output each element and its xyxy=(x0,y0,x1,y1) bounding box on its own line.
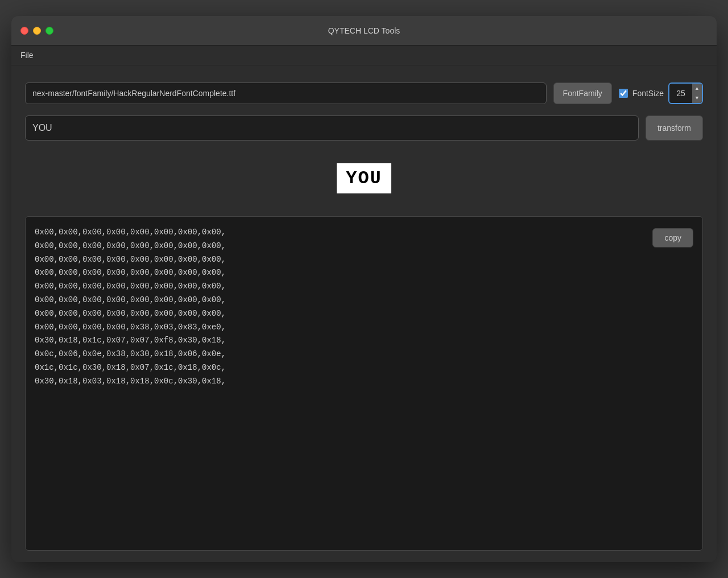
main-content: FontFamily FontSize ▲ ▼ transform xyxy=(11,65,717,562)
copy-button-wrapper: copy xyxy=(652,226,693,541)
font-path-input[interactable] xyxy=(25,82,547,104)
font-size-input[interactable] xyxy=(669,89,692,98)
font-size-spinner: ▲ ▼ xyxy=(692,84,702,103)
hex-output: 0x00,0x00,0x00,0x00,0x00,0x00,0x00,0x00,… xyxy=(35,226,643,541)
font-size-checkbox[interactable] xyxy=(619,89,628,98)
app-window: QYTECH LCD Tools File FontFamily FontSiz… xyxy=(11,16,717,562)
minimize-button[interactable] xyxy=(33,27,41,35)
font-size-group: FontSize ▲ ▼ xyxy=(619,82,703,104)
font-row: FontFamily FontSize ▲ ▼ xyxy=(25,82,703,104)
transform-button[interactable]: transform xyxy=(646,115,703,141)
file-menu[interactable]: File xyxy=(20,51,34,60)
maximize-button[interactable] xyxy=(46,27,53,35)
output-area: 0x00,0x00,0x00,0x00,0x00,0x00,0x00,0x00,… xyxy=(25,216,703,551)
copy-button[interactable]: copy xyxy=(652,228,693,247)
menu-bar: File xyxy=(11,46,717,65)
close-button[interactable] xyxy=(20,27,28,35)
font-family-button[interactable]: FontFamily xyxy=(553,82,612,104)
preview-area: YOU xyxy=(25,152,703,205)
text-input-row: transform xyxy=(25,115,703,141)
traffic-lights xyxy=(20,27,53,35)
font-size-checkbox-wrapper xyxy=(619,89,628,98)
text-input[interactable] xyxy=(25,115,639,141)
font-size-increment[interactable]: ▲ xyxy=(692,84,702,93)
title-bar: QYTECH LCD Tools xyxy=(11,16,717,46)
preview-box: YOU xyxy=(337,163,391,193)
window-title: QYTECH LCD Tools xyxy=(328,26,400,35)
preview-text: YOU xyxy=(346,168,382,189)
font-size-decrement[interactable]: ▼ xyxy=(692,93,702,103)
font-size-input-wrapper: ▲ ▼ xyxy=(668,82,703,104)
font-size-label: FontSize xyxy=(632,89,664,98)
